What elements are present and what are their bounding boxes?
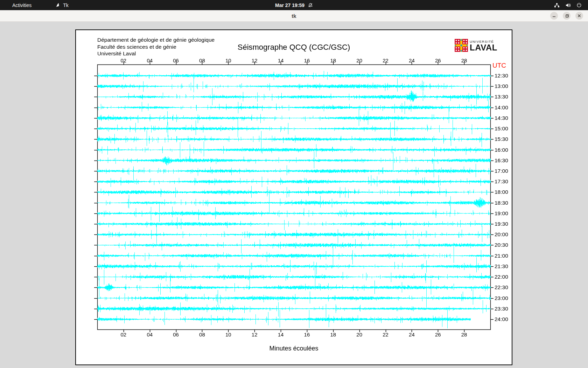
focused-app-label: Tk	[63, 2, 69, 8]
x-tick-label-top: 24	[405, 57, 419, 63]
activities-button[interactable]: Activities	[9, 2, 34, 9]
tk-feather-icon	[55, 2, 61, 8]
utc-tick-label: 24:00	[495, 316, 508, 322]
x-tick-label-top: 04	[143, 57, 157, 63]
x-tick-label-bottom: 04	[143, 332, 157, 338]
x-tick-label-bottom: 08	[195, 332, 209, 338]
utc-tick-label: 16:30	[495, 157, 508, 164]
logo-laval-text: LAVAL	[470, 43, 497, 52]
utc-tick-label: 16:00	[495, 147, 508, 153]
system-status-area[interactable]	[554, 2, 582, 8]
restore-button[interactable]	[563, 12, 570, 20]
utc-tick-label: 14:00	[495, 104, 508, 111]
utc-tick-label: 12:30	[495, 73, 508, 79]
utc-tick-label: 22:00	[495, 274, 508, 280]
focused-app-menu[interactable]: Tk	[55, 2, 69, 8]
utc-tick-label: 13:30	[495, 94, 508, 100]
utc-tick-label: 20:00	[495, 231, 508, 238]
x-tick-label-top: 16	[300, 57, 314, 63]
laval-shield-icon	[455, 39, 468, 53]
x-tick-label-top: 14	[274, 57, 288, 63]
x-tick-label-bottom: 02	[117, 332, 131, 338]
seismograph-frame: Département de géologie et de génie géol…	[75, 29, 512, 365]
plot-title: Séismographe QCQ (CGC/GSC)	[76, 43, 512, 52]
x-tick-label-bottom: 20	[352, 332, 366, 338]
x-tick-label-top: 06	[169, 57, 183, 63]
utc-tick-label: 13:00	[495, 83, 508, 89]
utc-tick-label: 21:00	[495, 253, 508, 259]
power-icon	[576, 2, 582, 8]
x-tick-label-bottom: 18	[326, 332, 340, 338]
x-tick-label-bottom: 06	[169, 332, 183, 338]
window-title: tk	[292, 13, 296, 19]
volume-icon	[565, 2, 571, 8]
x-tick-label-top: 12	[247, 57, 261, 63]
gnome-top-bar: Activities Tk Mar 27 19:59	[0, 0, 588, 10]
x-tick-label-top: 22	[379, 57, 393, 63]
institution-line-1: Département de géologie et de génie géol…	[97, 36, 215, 43]
utc-tick-label: 19:30	[495, 221, 508, 227]
x-tick-label-bottom: 26	[431, 332, 445, 338]
utc-tick-label: 23:00	[495, 295, 508, 301]
utc-tick-label: 20:30	[495, 242, 508, 248]
utc-tick-label: 14:30	[495, 115, 508, 121]
utc-tick-label: 17:30	[495, 178, 508, 185]
x-axis-title: Minutes écoulées	[76, 345, 512, 352]
utc-tick-label: 22:30	[495, 284, 508, 291]
utc-tick-label: 17:00	[495, 168, 508, 174]
clock-menu[interactable]: Mar 27 19:59	[275, 2, 313, 8]
utc-tick-label: 21:30	[495, 263, 508, 270]
clock-text: Mar 27 19:59	[275, 2, 304, 8]
x-tick-label-top: 28	[457, 57, 471, 63]
window-titlebar[interactable]: tk	[0, 10, 588, 22]
universite-laval-logo: UNIVERSITÉ LAVAL	[455, 39, 497, 53]
x-tick-label-bottom: 16	[300, 332, 314, 338]
x-tick-label-top: 02	[117, 57, 131, 63]
x-tick-label-top: 18	[326, 57, 340, 63]
x-tick-label-top: 10	[221, 57, 235, 63]
x-tick-label-bottom: 10	[221, 332, 235, 338]
utc-axis-title: UTC	[492, 62, 506, 69]
utc-tick-label: 18:00	[495, 189, 508, 195]
wired-network-icon	[554, 2, 560, 8]
x-tick-label-bottom: 28	[457, 332, 471, 338]
minimize-button[interactable]	[550, 12, 558, 20]
utc-tick-label: 19:00	[495, 210, 508, 217]
x-tick-label-bottom: 24	[405, 332, 419, 338]
utc-tick-label: 18:30	[495, 200, 508, 206]
x-tick-label-bottom: 22	[379, 332, 393, 338]
utc-tick-label: 23:30	[495, 306, 508, 312]
x-tick-label-bottom: 14	[274, 332, 288, 338]
utc-tick-label: 15:30	[495, 136, 508, 142]
x-tick-label-top: 20	[352, 57, 366, 63]
seismograph-canvas	[76, 30, 512, 364]
utc-tick-label: 15:00	[495, 125, 508, 132]
x-tick-label-top: 26	[431, 57, 445, 63]
x-tick-label-bottom: 12	[247, 332, 261, 338]
close-button[interactable]	[575, 12, 583, 20]
x-tick-label-top: 08	[195, 57, 209, 63]
notifications-muted-bell-icon	[308, 3, 313, 8]
